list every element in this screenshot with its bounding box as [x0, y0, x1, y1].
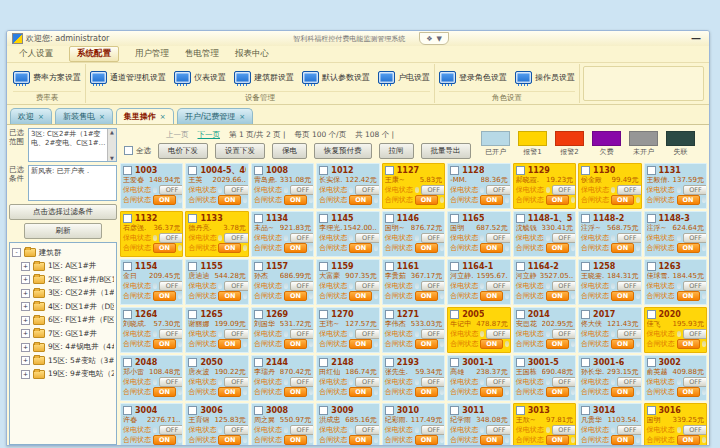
switch-on-button[interactable]: ON: [480, 195, 503, 205]
meter-card[interactable]: 1130 侯金殿 99.49元 保电状态 OFF 合闸状态: [578, 163, 641, 209]
meter-card[interactable]: 2014 安思花 202.95元 保电状态 OFF 合闸状态: [513, 307, 576, 353]
expand-icon[interactable]: +: [21, 329, 30, 338]
tree-item[interactable]: + 1区: A区1#井: [12, 260, 114, 274]
expand-icon[interactable]: +: [21, 356, 30, 365]
meter-card[interactable]: 3013 王欣~ 97.81元 保电状态 OFF 合闸状态: [513, 403, 576, 446]
switch-on-button[interactable]: ON: [480, 291, 503, 301]
protect-off-button[interactable]: OFF: [486, 329, 510, 339]
protect-off-button[interactable]: OFF: [552, 281, 576, 291]
switch-on-button[interactable]: ON: [349, 195, 372, 205]
menu-item[interactable]: 用户管理: [135, 48, 169, 60]
switch-on-button[interactable]: ON: [153, 243, 176, 253]
switch-on-button[interactable]: ON: [415, 195, 438, 205]
switch-on-button[interactable]: ON: [546, 387, 569, 397]
switch-on-button[interactable]: ON: [546, 339, 569, 349]
meter-card[interactable]: 3006 王育锦 125.83元 保电状态 OFF 合闸状态: [185, 403, 248, 446]
switch-on-button[interactable]: ON: [546, 243, 569, 253]
meter-card[interactable]: 3004 许春 2276.71.. 保电状态 OFF 合闸状态: [120, 403, 183, 446]
protect-off-button[interactable]: OFF: [159, 233, 183, 243]
card-checkbox[interactable]: [254, 358, 263, 367]
protect-off-button[interactable]: OFF: [421, 425, 445, 435]
protect-off-button[interactable]: OFF: [355, 377, 379, 387]
next-page-link[interactable]: 下一页: [198, 130, 221, 140]
tree-item[interactable]: + 15区: 5#变站（3#变: [12, 354, 114, 368]
meter-card[interactable]: 1131 王毅倩. 137.59元 保电状态 OFF 合闸状态: [644, 163, 707, 209]
switch-on-button[interactable]: ON: [611, 195, 634, 205]
tree-item[interactable]: + 3区: C区2#井（1#变: [12, 287, 114, 301]
meter-card[interactable]: 1146 国明~ 876.72元 保电状态 OFF 合闸状态: [382, 211, 445, 257]
expand-icon[interactable]: +: [21, 275, 30, 284]
card-checkbox[interactable]: [319, 406, 328, 415]
switch-on-button[interactable]: ON: [349, 387, 372, 397]
action-button[interactable]: 恢复预付费: [314, 143, 372, 159]
quick-access-toolbar[interactable]: ❖ ▼: [419, 32, 449, 45]
card-checkbox[interactable]: [385, 406, 394, 415]
switch-on-button[interactable]: ON: [284, 387, 307, 397]
ribbon-button[interactable]: 操作员设置: [515, 71, 575, 84]
protect-off-button[interactable]: OFF: [486, 281, 510, 291]
meter-card[interactable]: 2017 佟大侠 121.43元 保电状态 OFF 合闸状态: [578, 307, 641, 353]
card-checkbox[interactable]: [385, 310, 394, 319]
meter-card[interactable]: 2193 张先生. 59.34元 保电状态 OFF 合闸状态: [382, 355, 445, 401]
meter-card[interactable]: 1271 李伟杰 533.03元 保电状态 OFF 合闸状态: [382, 307, 445, 353]
switch-on-button[interactable]: ON: [284, 195, 307, 205]
meter-card[interactable]: 3001-1 高雄 238.37元 保电状态 OFF 合闸状态: [447, 355, 510, 401]
meter-card[interactable]: 1165 国明 687.52元 保电状态 OFF 合闸状态: [447, 211, 510, 257]
meter-card[interactable]: 3014 凡贵华 1103.54. 保电状态 OFF 合闸状态: [578, 403, 641, 446]
card-checkbox[interactable]: [188, 214, 197, 223]
meter-card[interactable]: 2048 郑小雷 108.48元 保电状态 OFF 合闸状态: [120, 355, 183, 401]
switch-on-button[interactable]: ON: [415, 339, 438, 349]
switch-on-button[interactable]: ON: [284, 291, 307, 301]
meter-card[interactable]: 3016 国明 339.25元 保电状态 OFF 合闸状态: [644, 403, 707, 446]
menu-item[interactable]: 售电管理: [185, 48, 219, 60]
document-tab[interactable]: 集里操作 ×: [116, 108, 174, 124]
card-checkbox[interactable]: [254, 262, 263, 271]
ribbon-button[interactable]: 仪表设置: [174, 71, 226, 84]
select-all-checkbox[interactable]: [124, 146, 133, 155]
meter-card[interactable]: 1148-2 注浮~ 568.75元 保电状态 OFF 合闸状态: [578, 211, 641, 257]
protect-off-button[interactable]: OFF: [683, 329, 707, 339]
protect-off-button[interactable]: OFF: [290, 185, 314, 195]
meter-card[interactable]: 3008 周之翼 550.97元 保电状态 OFF 合闸状态: [251, 403, 314, 446]
card-checkbox[interactable]: [123, 262, 132, 271]
protect-off-button[interactable]: OFF: [552, 233, 576, 243]
card-checkbox[interactable]: [581, 358, 590, 367]
card-checkbox[interactable]: [188, 166, 197, 175]
expand-icon[interactable]: +: [21, 262, 30, 271]
protect-off-button[interactable]: OFF: [617, 185, 641, 195]
switch-on-button[interactable]: ON: [218, 339, 241, 349]
protect-off-button[interactable]: OFF: [421, 377, 445, 387]
meter-card[interactable]: 2005 牛记中 478.87元 保电状态 OFF 合闸状态: [447, 307, 510, 353]
protect-off-button[interactable]: OFF: [290, 329, 314, 339]
protect-off-button[interactable]: OFF: [224, 329, 248, 339]
switch-on-button[interactable]: ON: [546, 195, 569, 205]
selected-condition-listbox[interactable]: 新风表: 已开户表．: [28, 165, 117, 201]
card-checkbox[interactable]: [450, 166, 459, 175]
card-checkbox[interactable]: [254, 166, 263, 175]
switch-on-button[interactable]: ON: [218, 195, 241, 205]
switch-on-button[interactable]: ON: [415, 435, 438, 445]
tree-root[interactable]: - 建筑群: [12, 246, 114, 260]
meter-card[interactable]: 2020 佳飞 195.93元 保电状态 OFF 合闸状态: [644, 307, 707, 353]
protect-off-button[interactable]: OFF: [421, 329, 445, 339]
card-checkbox[interactable]: [254, 406, 263, 415]
card-checkbox[interactable]: [319, 214, 328, 223]
card-checkbox[interactable]: [123, 358, 132, 367]
card-checkbox[interactable]: [319, 358, 328, 367]
switch-on-button[interactable]: ON: [284, 243, 307, 253]
switch-on-button[interactable]: ON: [415, 291, 438, 301]
card-checkbox[interactable]: [188, 406, 197, 415]
meter-card[interactable]: 1270 王玮~ 127.57元 保电状态 OFF 合闸状态: [316, 307, 379, 353]
protect-off-button[interactable]: OFF: [486, 425, 510, 435]
meter-card[interactable]: 3011 纪学雨 348.08元 保电状态 OFF 合闸状态: [447, 403, 510, 446]
card-checkbox[interactable]: [319, 166, 328, 175]
protect-off-button[interactable]: OFF: [486, 233, 510, 243]
ribbon-button[interactable]: 默认参数设置: [302, 71, 370, 84]
meter-card[interactable]: 1148-3 注浮~ 624.64元 保电状态 OFF 合闸状态: [644, 211, 707, 257]
protect-off-button[interactable]: OFF: [159, 377, 183, 387]
switch-on-button[interactable]: ON: [218, 243, 241, 253]
tab-close-icon[interactable]: ×: [38, 113, 44, 121]
card-checkbox[interactable]: [647, 166, 656, 175]
menu-item[interactable]: 报表中心: [235, 48, 269, 60]
menu-item[interactable]: 个人设置: [19, 48, 53, 60]
